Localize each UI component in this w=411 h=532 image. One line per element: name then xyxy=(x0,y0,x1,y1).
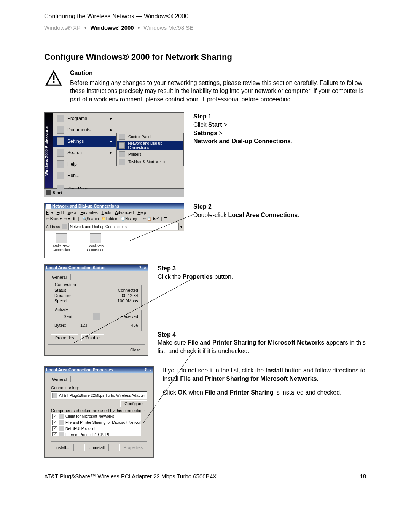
cpanel-icon xyxy=(119,134,125,140)
menu-help[interactable]: Help xyxy=(137,210,146,215)
screenshot-status: Local Area Connection Status? ✕ General … xyxy=(44,264,148,356)
tb-search[interactable]: 🔍Search xyxy=(82,217,99,221)
lbl-connect-using: Connect using: xyxy=(51,385,147,390)
menu-favorites[interactable]: Favorites xyxy=(80,210,97,215)
fps-icon xyxy=(59,420,64,425)
taskbar-icon xyxy=(119,159,125,165)
menu-tools[interactable]: Tools xyxy=(102,210,112,215)
documents-icon xyxy=(57,126,64,134)
props-title: Local Area Connection Properties xyxy=(46,367,113,372)
list-item[interactable]: ✓File and Printer Sharing for Microsoft … xyxy=(51,419,147,425)
folder-icon xyxy=(62,224,67,229)
screenshot-start-menu: Windows 2000 Professional Programs▶ Docu… xyxy=(44,112,184,189)
menu-help[interactable]: Help xyxy=(53,158,116,170)
crumb-sep: • xyxy=(135,24,142,31)
tb-up-icon[interactable]: ⬆ xyxy=(72,217,75,221)
step4-text-b: If you do not see it in the list, click … xyxy=(163,366,366,383)
step1-heading: Step 1 xyxy=(193,113,212,120)
disable-button[interactable]: Disable xyxy=(81,334,104,341)
submenu-network-dialup[interactable]: Network and Dial-up Connections xyxy=(117,141,183,150)
uninstall-button[interactable]: Uninstall xyxy=(84,444,109,451)
val-status: Connected xyxy=(118,288,138,292)
screenshot-explorer: Network and Dial-up Connections File Edi… xyxy=(44,203,184,258)
adapter-icon xyxy=(52,393,57,398)
menu-programs[interactable]: Programs▶ xyxy=(53,113,116,124)
icon-make-new-connection[interactable]: Make New Connection xyxy=(50,233,73,256)
submenu-printers[interactable]: Printers xyxy=(117,150,183,158)
status-title: Local Area Connection Status xyxy=(46,265,105,270)
address-input[interactable] xyxy=(68,223,179,230)
addr-label: Address xyxy=(46,225,60,229)
start-banner: Windows 2000 Professional xyxy=(45,113,53,188)
step2-text: Double-click Local Area Connections. xyxy=(193,212,299,218)
menu-edit[interactable]: Edit xyxy=(57,210,64,215)
close-button[interactable]: Close xyxy=(126,347,145,353)
tb-folders[interactable]: 📁Folders xyxy=(101,217,118,221)
crumb-2000: Windows® 2000 xyxy=(90,24,134,31)
step3-heading: Step 3 xyxy=(158,265,176,272)
menu-view[interactable]: View xyxy=(68,210,77,215)
list-item[interactable]: ✓NetBEUI Protocol xyxy=(51,425,147,431)
breadcrumb: Windows® XP • Windows® 2000 • Windows Me… xyxy=(44,22,366,31)
titlebar-buttons[interactable]: ? ✕ xyxy=(139,265,147,270)
list-item[interactable]: ✓Client for Microsoft Networks xyxy=(51,413,147,419)
group-connection: Connection xyxy=(54,282,77,287)
page-title: Configure Windows® 2000 for Network Shar… xyxy=(44,52,366,62)
lan-icon xyxy=(90,233,101,243)
header-path: Configuring the Wireless Network — Windo… xyxy=(44,13,366,22)
menu-documents[interactable]: Documents▶ xyxy=(53,124,116,136)
menu-run[interactable]: Run... xyxy=(53,170,116,181)
titlebar-buttons[interactable]: ? ✕ xyxy=(144,367,152,372)
warning-icon xyxy=(44,69,63,103)
val-duration: 00:12:34 xyxy=(122,293,138,298)
tb-back[interactable]: ⇦ Back ▾ xyxy=(46,217,62,221)
tab-general[interactable]: General xyxy=(48,376,71,382)
icon-local-area-connection[interactable]: Local Area Connection xyxy=(84,233,107,256)
step4-text-a: Make sure File and Printer Sharing for M… xyxy=(158,339,366,354)
crumb-me98: Windows Me/98 SE xyxy=(143,24,193,31)
menu-search[interactable]: Search▶ xyxy=(53,147,116,158)
checkbox[interactable]: ✓ xyxy=(52,414,57,419)
lbl-bytes: Bytes: xyxy=(54,323,66,328)
configure-button[interactable]: Configure xyxy=(120,400,147,407)
step2-heading: Step 2 xyxy=(193,203,212,210)
tb-fwd[interactable]: ⇨ ▾ xyxy=(64,217,70,221)
step4-text-c: Click OK when File and Printer Sharing i… xyxy=(163,388,366,397)
footer-product: AT&T Plug&Share™ Wireless PCI Adapter 22… xyxy=(44,473,217,479)
tab-general[interactable]: General xyxy=(48,274,71,280)
svg-rect-3 xyxy=(53,81,55,83)
group-activity: Activity xyxy=(54,307,69,312)
client-icon xyxy=(59,414,64,419)
submenu-control-panel[interactable]: Control Panel xyxy=(117,133,183,141)
checkbox[interactable]: ✓ xyxy=(52,426,57,431)
menu-file[interactable]: File xyxy=(46,210,53,215)
window-title: Network and Dial-up Connections xyxy=(46,204,119,209)
scrollbar-vertical[interactable] xyxy=(141,413,147,436)
tb-history[interactable]: 🕘History xyxy=(121,217,137,221)
menu-settings[interactable]: Settings▶ xyxy=(53,136,116,147)
components-list[interactable]: ✓Client for Microsoft Networks ✓File and… xyxy=(51,413,147,442)
lbl-speed: Speed: xyxy=(54,299,68,303)
properties-button[interactable]: Properties xyxy=(51,334,78,341)
checkbox[interactable]: ✓ xyxy=(52,420,57,425)
step3-text: Click the Properties button. xyxy=(158,273,233,280)
install-button[interactable]: Install... xyxy=(51,444,74,451)
net-icon xyxy=(119,142,125,149)
crumb-xp: Windows® XP xyxy=(44,24,81,31)
programs-icon xyxy=(57,115,64,122)
menubar[interactable]: File Edit View Favorites Tools Advanced … xyxy=(45,209,184,216)
val-sent: 123 xyxy=(66,323,102,328)
scrollbar-horizontal[interactable] xyxy=(51,436,147,441)
caution-body: Before making any changes to your networ… xyxy=(70,79,366,104)
start-button[interactable]: Start xyxy=(53,190,62,195)
crumb-sep: • xyxy=(82,24,89,31)
submenu-taskbar[interactable]: Taskbar & Start Menu... xyxy=(117,158,183,166)
toolbar[interactable]: ⇦ Back ▾ ⇨ ▾ ⬆ │ 🔍Search 📁Folders 🕘Histo… xyxy=(45,216,184,222)
val-recv: 456 xyxy=(103,323,138,328)
start-flag-icon xyxy=(46,190,51,195)
menu-advanced[interactable]: Advanced xyxy=(115,210,134,215)
props-properties-button[interactable]: Properties xyxy=(119,444,147,451)
screenshot-properties: Local Area Connection Properties? ✕ Gene… xyxy=(44,366,154,458)
adapter-name: AT&T Plug&Share 22Mbps Turbo Wireless Ad… xyxy=(59,393,145,398)
dropdown-icon[interactable]: ▾ xyxy=(180,225,182,229)
